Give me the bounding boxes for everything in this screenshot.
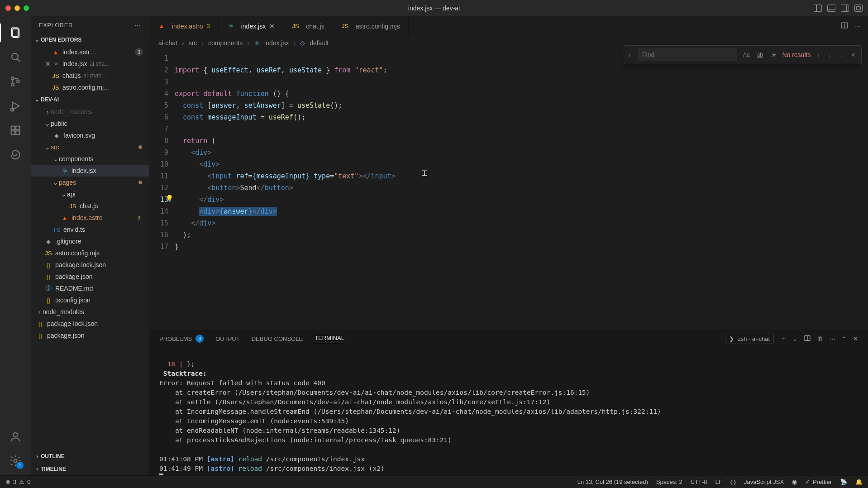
status-errors[interactable]: ⊗3 ⚠0 bbox=[5, 478, 30, 485]
layout-panel-icon[interactable] bbox=[827, 5, 835, 12]
activity-edge[interactable] bbox=[5, 144, 26, 166]
status-encoding[interactable]: UTF-8 bbox=[691, 478, 707, 485]
breadcrumb-segment[interactable]: default bbox=[310, 39, 329, 47]
panel-tab-output[interactable]: OUTPUT bbox=[215, 335, 239, 342]
find-input[interactable] bbox=[638, 48, 737, 61]
status-language[interactable]: JavaScript JSX bbox=[744, 478, 784, 485]
find-close-button[interactable]: ✕ bbox=[849, 52, 858, 58]
tree-item-file[interactable]: ◆ favicon.svg bbox=[31, 129, 149, 141]
tree-item-file[interactable]: {} package.json bbox=[31, 271, 149, 282]
tree-item-folder[interactable]: ⌄ pages bbox=[31, 177, 149, 188]
layout-sidebar-left-icon[interactable] bbox=[814, 5, 822, 12]
section-outline[interactable]: › OUTLINE bbox=[31, 450, 149, 463]
find-regex-toggle[interactable]: .※ bbox=[769, 52, 777, 58]
tab-index-astro[interactable]: ▲ index.astro 3 bbox=[149, 16, 219, 36]
breadcrumb-segment[interactable]: components bbox=[208, 39, 243, 47]
find-expand-toggle[interactable]: › bbox=[626, 52, 633, 58]
activity-settings[interactable]: 1 bbox=[5, 450, 26, 472]
tree-item-file[interactable]: ⚛ index.jsx bbox=[31, 165, 149, 177]
tab-index-jsx[interactable]: ⚛ index.jsx ✕ bbox=[219, 16, 283, 36]
status-cursor-position[interactable]: Ln 13, Col 26 (19 selected) bbox=[577, 478, 648, 485]
activity-search[interactable] bbox=[5, 46, 26, 68]
activity-explorer[interactable] bbox=[5, 22, 26, 43]
split-editor-icon[interactable] bbox=[840, 21, 849, 31]
tab-chat-js[interactable]: JS chat.js bbox=[283, 16, 333, 36]
minimize-window-button[interactable] bbox=[14, 5, 20, 11]
close-panel-icon[interactable]: ✕ bbox=[853, 335, 858, 342]
status-radio-icon[interactable]: ◉ bbox=[792, 478, 797, 485]
panel-more-icon[interactable]: ⋯ bbox=[830, 335, 835, 342]
code-area[interactable]: import { useEffect, useRef, useState } f… bbox=[175, 50, 868, 330]
tree-item-file[interactable]: {} package-lock.json bbox=[31, 259, 149, 271]
split-terminal-icon[interactable] bbox=[804, 335, 811, 343]
find-whole-word-toggle[interactable]: ab bbox=[756, 52, 764, 58]
activity-run-debug[interactable] bbox=[5, 95, 26, 117]
close-tab-icon[interactable]: ✕ bbox=[269, 23, 275, 30]
panel-tab-debug-console[interactable]: DEBUG CONSOLE bbox=[252, 335, 303, 342]
tree-item-folder[interactable]: › node_modules bbox=[31, 106, 149, 118]
activity-accounts[interactable] bbox=[5, 426, 26, 447]
status-indent[interactable]: Spaces: 2 bbox=[656, 478, 682, 485]
tree-item-folder[interactable]: ⌄ components bbox=[31, 153, 149, 165]
breadcrumb-segment[interactable]: index.jsx bbox=[264, 39, 289, 47]
tree-item-file[interactable]: TS env.d.ts bbox=[31, 224, 149, 235]
status-language-braces[interactable]: { } bbox=[730, 478, 736, 485]
breadcrumb-segment[interactable]: ai-chat bbox=[158, 39, 177, 47]
find-prev-button[interactable]: ↑ bbox=[815, 52, 822, 58]
find-selection-toggle[interactable]: ≡ bbox=[837, 52, 844, 58]
tab-label: astro.config.mjs bbox=[356, 23, 400, 30]
status-bell-icon[interactable]: 🔔 bbox=[855, 478, 863, 485]
status-eol[interactable]: LF bbox=[715, 478, 722, 485]
status-feedback-icon[interactable]: 📡 bbox=[840, 478, 847, 485]
layout-sidebar-right-icon[interactable] bbox=[841, 5, 849, 12]
react-file-icon: ⚛ bbox=[61, 167, 69, 174]
tree-item-file[interactable]: ⓘ README.md bbox=[31, 282, 149, 294]
sidebar-more-icon[interactable]: ⋯ bbox=[134, 22, 141, 29]
tree-item-file[interactable]: JS chat.js bbox=[31, 200, 149, 212]
open-editor-item[interactable]: ▲ index.astr… 3 bbox=[31, 46, 149, 58]
terminal-selector[interactable]: ❯ zsh - ai-chat bbox=[725, 334, 774, 344]
tree-item-folder[interactable]: ⌄ public bbox=[31, 118, 149, 129]
activity-source-control[interactable] bbox=[5, 71, 26, 92]
section-open-editors[interactable]: ⌄ OPEN EDITORS bbox=[31, 33, 149, 46]
tab-astro-config[interactable]: JS astro.config.mjs bbox=[333, 16, 409, 36]
chevron-down-icon: ⌄ bbox=[33, 96, 41, 103]
tree-item-folder[interactable]: ⌄ src bbox=[31, 141, 149, 153]
panel-tab-label: DEBUG CONSOLE bbox=[252, 335, 303, 342]
maximize-panel-icon[interactable]: ⌃ bbox=[842, 335, 847, 342]
tree-item-file[interactable]: JS astro.config.mjs bbox=[31, 247, 149, 259]
tree-item-folder[interactable]: ⌄ api bbox=[31, 188, 149, 200]
open-editor-item[interactable]: JS astro.config.mj… bbox=[31, 81, 149, 93]
breadcrumb-segment[interactable]: src bbox=[189, 39, 197, 47]
tree-item-file[interactable]: ▲ index.astro 3 bbox=[31, 212, 149, 224]
tree-item-file[interactable]: {} package-lock.json bbox=[31, 318, 149, 330]
customize-layout-icon[interactable] bbox=[854, 5, 863, 12]
maximize-window-button[interactable] bbox=[24, 5, 29, 11]
problems-count-badge: 3 bbox=[196, 335, 204, 343]
kill-terminal-icon[interactable]: 🗑 bbox=[817, 335, 823, 342]
panel-tab-problems[interactable]: PROBLEMS 3 bbox=[159, 335, 204, 343]
tree-item-file[interactable]: {} tsconfig.json bbox=[31, 294, 149, 306]
section-project[interactable]: ⌄ DEV-AI bbox=[31, 93, 149, 106]
close-editor-icon[interactable]: ✕ bbox=[44, 60, 52, 67]
tree-item-file[interactable]: ◆ .gitignore bbox=[31, 235, 149, 247]
section-timeline[interactable]: › TIMELINE bbox=[31, 463, 149, 475]
panel-tab-terminal[interactable]: TERMINAL bbox=[315, 335, 344, 343]
lightbulb-icon[interactable]: 💡 bbox=[166, 195, 173, 202]
terminal-name-label: zsh - ai-chat bbox=[738, 335, 770, 342]
tree-item-file[interactable]: {} package.json bbox=[31, 330, 149, 341]
terminal-output[interactable]: 18 | }; Stacktrace: Error: Request faile… bbox=[149, 347, 868, 475]
svg-rect-9 bbox=[11, 126, 15, 130]
open-editor-item[interactable]: ✕ ⚛ index.jsx ai-cha… bbox=[31, 58, 149, 70]
editor-body[interactable]: 123 456 789 101112 1314 151617 import { … bbox=[149, 50, 868, 330]
status-prettier[interactable]: Prettier bbox=[805, 478, 832, 485]
find-next-button[interactable]: ↓ bbox=[826, 52, 833, 58]
new-terminal-button[interactable]: ＋ bbox=[780, 335, 786, 343]
more-tabs-icon[interactable]: ⋯ bbox=[855, 23, 861, 29]
activity-extensions[interactable] bbox=[5, 120, 26, 141]
tree-item-folder[interactable]: › node_modules bbox=[31, 306, 149, 318]
find-match-case-toggle[interactable]: Aa bbox=[742, 52, 751, 58]
close-window-button[interactable] bbox=[5, 5, 11, 11]
open-editor-item[interactable]: JS chat.js ai-chat/… bbox=[31, 70, 149, 81]
terminal-dropdown-icon[interactable]: ⌄ bbox=[792, 335, 797, 342]
